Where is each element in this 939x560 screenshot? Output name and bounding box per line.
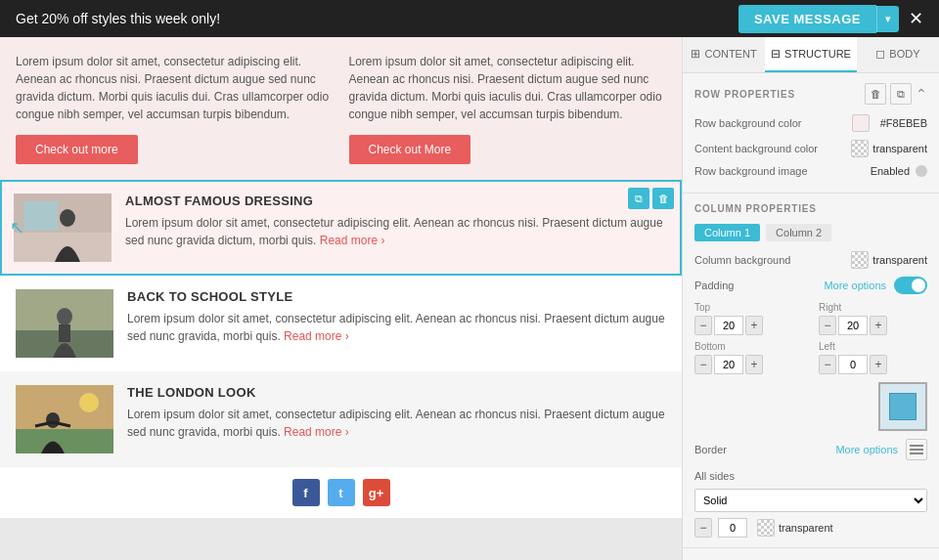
social-row: f t g+ <box>0 467 682 518</box>
right-input[interactable] <box>838 316 868 335</box>
structure-tab-icon: ⊟ <box>771 47 781 61</box>
column-tabs: Column 1 Column 2 <box>694 224 927 241</box>
row-actions: ⧉ 🗑 <box>628 188 674 209</box>
article-1-body: ALMOST FAMOUS DRESSING Lorem ipsum dolor… <box>125 194 668 249</box>
row-bg-image-status[interactable]: Enabled <box>871 165 927 177</box>
border-color-swatch-row[interactable]: transparent <box>757 519 833 537</box>
col-bg-swatch[interactable] <box>851 251 869 269</box>
bottom-input[interactable] <box>714 355 743 374</box>
border-color-value: transparent <box>779 522 833 534</box>
left-minus-btn[interactable]: − <box>819 355 836 374</box>
col-tab-1[interactable]: Column 1 <box>694 224 760 241</box>
content-bg-color-label: Content background color <box>694 143 851 154</box>
row-bg-image-status-text: Enabled <box>871 165 910 177</box>
content-bg-color-swatch-row[interactable]: transparent <box>851 140 927 157</box>
all-sides-label: All sides <box>694 470 735 482</box>
top-item: Top − + <box>694 302 803 335</box>
padding-visual-inner <box>889 393 917 420</box>
top-bar: Get 20% off styles this week only! SAVE … <box>0 0 939 37</box>
border-color-swatch[interactable] <box>757 519 775 537</box>
border-more-options-link[interactable]: More options <box>835 444 898 455</box>
delete-row-button[interactable]: 🗑 <box>652 188 674 209</box>
svg-point-11 <box>46 412 60 428</box>
row-bg-color-field: Row background color #F8EBEB <box>694 114 927 132</box>
content-bg-color-swatch[interactable] <box>851 140 869 157</box>
two-column-row: Lorem ipsum dolor sit amet, consectetur … <box>0 37 682 180</box>
article-row-3[interactable]: THE LONDON LOOK Lorem ipsum dolor sit am… <box>0 371 682 467</box>
border-line-2 <box>910 449 923 451</box>
col-1: Lorem ipsum dolor sit amet, consectetur … <box>16 53 334 164</box>
left-controls: − + <box>819 355 927 374</box>
delete-row-icon-btn[interactable]: 🗑 <box>865 83 886 105</box>
save-message-button[interactable]: SAVE MESSAGE <box>738 5 876 33</box>
content-bg-color-value: transparent <box>872 143 927 154</box>
border-width-row: − transparent <box>694 518 927 538</box>
close-button[interactable]: ✕ <box>909 10 923 27</box>
copy-row-icon-btn[interactable]: ⧉ <box>890 83 912 105</box>
border-options-icon[interactable] <box>906 439 927 460</box>
padding-visual <box>878 382 927 431</box>
more-options-link[interactable]: More options <box>824 280 886 291</box>
col2-text: Lorem ipsum dolor sit amet, consectetur … <box>349 53 667 123</box>
article-3-text: Lorem ipsum dolor sit amet, consectetur … <box>127 408 665 439</box>
padding-toggle[interactable] <box>894 277 927 294</box>
border-width-input[interactable] <box>718 518 747 538</box>
article-2-title: BACK TO SCHOOL STYLE <box>127 289 666 304</box>
col-tab-2[interactable]: Column 2 <box>766 224 831 241</box>
tab-structure[interactable]: ⊟ STRUCTURE <box>765 37 857 72</box>
article-1-read-more[interactable]: Read more › <box>320 234 385 247</box>
twitter-icon[interactable]: t <box>328 479 355 506</box>
article-3-read-more[interactable]: Read more › <box>284 425 349 439</box>
content-bg-color-field: Content background color transparent <box>694 140 927 157</box>
structure-tab-label: STRUCTURE <box>784 48 851 60</box>
article-2-text: Lorem ipsum dolor sit amet, consectetur … <box>127 312 665 343</box>
column-properties-section: COLUMN PROPERTIES Column 1 Column 2 Colu… <box>683 194 939 548</box>
collapse-row-btn[interactable]: ⌃ <box>916 83 927 105</box>
content-tab-label: CONTENT <box>704 48 756 60</box>
article-2-image <box>16 289 113 358</box>
tab-content[interactable]: ⊞ CONTENT <box>683 37 765 72</box>
trbl-grid: Top − + Right − + Bottom <box>694 302 927 374</box>
article-1-text: Lorem ipsum dolor sit amet, consectetur … <box>125 216 663 247</box>
svg-rect-7 <box>59 324 70 342</box>
border-width-minus-btn[interactable]: − <box>694 518 712 538</box>
col2-cta-button[interactable]: Check out More <box>349 135 471 164</box>
right-plus-btn[interactable]: + <box>870 316 887 335</box>
article-row-1[interactable]: ↖ ⧉ 🗑 <box>0 180 682 276</box>
right-label: Right <box>819 302 927 313</box>
left-input[interactable] <box>838 355 868 374</box>
googleplus-icon[interactable]: g+ <box>363 479 390 506</box>
row-bg-color-swatch-row[interactable]: #F8EBEB <box>852 114 927 132</box>
bottom-plus-btn[interactable]: + <box>745 355 763 374</box>
row-properties-title: ROW PROPERTIES <box>694 89 795 100</box>
top-minus-btn[interactable]: − <box>694 316 712 335</box>
article-row-2[interactable]: BACK TO SCHOOL STYLE Lorem ipsum dolor s… <box>0 276 682 371</box>
article-2-read-more[interactable]: Read more › <box>284 329 349 343</box>
right-panel: ⊞ CONTENT ⊟ STRUCTURE ◻ BODY ROW PROPERT… <box>682 37 939 560</box>
top-plus-btn[interactable]: + <box>745 316 763 335</box>
copy-row-button[interactable]: ⧉ <box>628 188 649 209</box>
border-style-select[interactable]: Solid Dashed Dotted None <box>694 489 927 512</box>
article-3-image <box>16 385 113 453</box>
top-input[interactable] <box>714 316 743 335</box>
col1-cta-button[interactable]: Check out more <box>16 135 138 164</box>
col-bg-swatch-row[interactable]: transparent <box>851 251 927 269</box>
right-minus-btn[interactable]: − <box>819 316 836 335</box>
row-bg-color-swatch[interactable] <box>852 114 870 132</box>
bottom-minus-btn[interactable]: − <box>694 355 712 374</box>
cursor-icon: ↖ <box>10 217 24 238</box>
facebook-icon[interactable]: f <box>292 479 320 506</box>
save-message-dropdown-button[interactable]: ▾ <box>876 6 899 32</box>
border-row: Border More options <box>694 439 927 460</box>
svg-point-6 <box>57 308 72 325</box>
col-bg-field: Column background transparent <box>694 251 927 269</box>
top-bar-message: Get 20% off styles this week only! <box>16 11 220 26</box>
col1-text: Lorem ipsum dolor sit amet, consectetur … <box>16 53 334 123</box>
tab-body[interactable]: ◻ BODY <box>857 37 939 72</box>
left-plus-btn[interactable]: + <box>870 355 887 374</box>
svg-point-3 <box>60 209 75 227</box>
row-bg-image-label: Row background image <box>694 165 808 177</box>
svg-rect-2 <box>23 201 58 231</box>
row-bg-image-toggle[interactable] <box>916 165 927 177</box>
svg-point-10 <box>79 393 99 412</box>
